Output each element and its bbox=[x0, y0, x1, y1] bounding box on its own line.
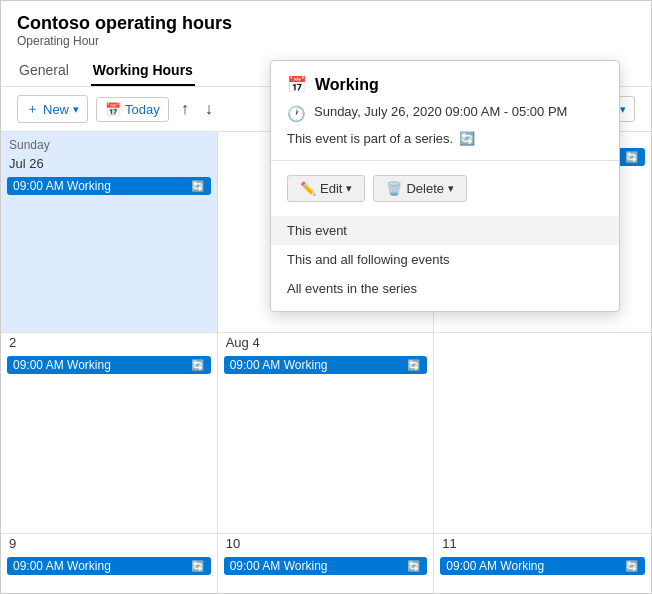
trash-icon: 🗑️ bbox=[386, 181, 402, 196]
sync-icon-11: 🔄 bbox=[625, 560, 639, 573]
sync-icon: 🔄 bbox=[191, 180, 205, 193]
event-time-label-aug4-2: 09:00 AM Working bbox=[230, 358, 328, 372]
day-col-9: 9 09:00 AM Working 🔄 bbox=[1, 534, 218, 594]
popup-title: Working bbox=[315, 76, 379, 94]
day-number-10: 10 bbox=[218, 534, 434, 555]
sync-icon-10: 🔄 bbox=[407, 560, 421, 573]
popup-actions: ✏️ Edit ▾ 🗑️ Delete ▾ bbox=[271, 165, 619, 212]
calendar-icon: 📅 bbox=[105, 102, 121, 117]
delete-button[interactable]: 🗑️ Delete ▾ bbox=[373, 175, 467, 202]
prev-arrow[interactable]: ↑ bbox=[177, 98, 193, 120]
sync-icon-9: 🔄 bbox=[191, 560, 205, 573]
day-col-aug4: Aug 4 09:00 AM Working 🔄 bbox=[218, 333, 435, 533]
day-number-11: 11 bbox=[434, 534, 651, 555]
edit-button[interactable]: ✏️ Edit ▾ bbox=[287, 175, 365, 202]
day-number-9: 9 bbox=[1, 534, 217, 555]
day-col-10: 10 09:00 AM Working 🔄 bbox=[218, 534, 435, 594]
menu-item-following[interactable]: This and all following events bbox=[271, 245, 619, 274]
event-time-label-2: 09:00 AM Working bbox=[13, 358, 111, 372]
week-row-3: 9 09:00 AM Working 🔄 10 09:00 AM Working… bbox=[1, 534, 651, 594]
event-time-label: 09:00 AM Working bbox=[13, 179, 111, 193]
today-label: Today bbox=[125, 102, 160, 117]
popup-calendar-icon: 📅 bbox=[287, 75, 307, 94]
popup-header: 📅 Working bbox=[271, 61, 619, 100]
event-9[interactable]: 09:00 AM Working 🔄 bbox=[7, 557, 211, 575]
menu-item-all[interactable]: All events in the series bbox=[271, 274, 619, 303]
menu-item-this-event[interactable]: This event bbox=[271, 216, 619, 245]
edit-icon: ✏️ bbox=[300, 181, 316, 196]
sync-icon-2: 🔄 bbox=[191, 359, 205, 372]
view-chevron-icon: ▾ bbox=[620, 103, 626, 116]
delete-chevron-icon: ▾ bbox=[448, 182, 454, 195]
day-col-empty bbox=[434, 333, 651, 533]
event-jul26[interactable]: 09:00 AM Working 🔄 bbox=[7, 177, 211, 195]
event-time-label-11: 09:00 AM Working bbox=[446, 559, 544, 573]
day-number-2: 2 bbox=[1, 333, 217, 354]
event-aug4[interactable]: 09:00 AM Working 🔄 bbox=[224, 356, 428, 374]
event-time-label-9: 09:00 AM Working bbox=[13, 559, 111, 573]
series-text: This event is part of a series. bbox=[287, 131, 453, 146]
next-arrow[interactable]: ↓ bbox=[201, 98, 217, 120]
app-title: Contoso operating hours bbox=[17, 13, 635, 34]
popup-series-row: This event is part of a series. 🔄 bbox=[271, 127, 619, 156]
day-col-sunday: Sunday Jul 26 09:00 AM Working 🔄 bbox=[1, 132, 218, 332]
clock-icon: 🕐 bbox=[287, 105, 306, 123]
sync-icon-aug4: 🔄 bbox=[625, 151, 639, 164]
delete-label: Delete bbox=[406, 181, 444, 196]
event-time-label-10: 09:00 AM Working bbox=[230, 559, 328, 573]
series-sync-icon: 🔄 bbox=[459, 131, 475, 146]
edit-label: Edit bbox=[320, 181, 342, 196]
popup-menu: This event This and all following events… bbox=[271, 212, 619, 311]
app-subtitle: Operating Hour bbox=[17, 34, 635, 48]
tab-working-hours[interactable]: Working Hours bbox=[91, 56, 195, 86]
popup-datetime: Sunday, July 26, 2020 09:00 AM - 05:00 P… bbox=[314, 104, 567, 119]
popup-divider bbox=[271, 160, 619, 161]
event-10[interactable]: 09:00 AM Working 🔄 bbox=[224, 557, 428, 575]
day-name-sunday: Sunday bbox=[1, 132, 217, 154]
day-col-2: 2 09:00 AM Working 🔄 bbox=[1, 333, 218, 533]
day-number-jul26: Jul 26 bbox=[1, 154, 217, 175]
today-button[interactable]: 📅 Today bbox=[96, 97, 169, 122]
new-label: New bbox=[43, 102, 69, 117]
week-row-2: 2 09:00 AM Working 🔄 Aug 4 09:00 AM Work… bbox=[1, 333, 651, 534]
chevron-down-icon: ▾ bbox=[73, 103, 79, 116]
popup-datetime-row: 🕐 Sunday, July 26, 2020 09:00 AM - 05:00… bbox=[271, 100, 619, 127]
day-col-11: 11 09:00 AM Working 🔄 bbox=[434, 534, 651, 594]
event-popup: 📅 Working 🕐 Sunday, July 26, 2020 09:00 … bbox=[270, 60, 620, 312]
edit-chevron-icon: ▾ bbox=[346, 182, 352, 195]
tab-general[interactable]: General bbox=[17, 56, 71, 86]
plus-icon: ＋ bbox=[26, 100, 39, 118]
event-11[interactable]: 09:00 AM Working 🔄 bbox=[440, 557, 645, 575]
sync-icon-aug4-2: 🔄 bbox=[407, 359, 421, 372]
day-number-aug4: Aug 4 bbox=[218, 333, 434, 354]
event-2[interactable]: 09:00 AM Working 🔄 bbox=[7, 356, 211, 374]
new-button[interactable]: ＋ New ▾ bbox=[17, 95, 88, 123]
